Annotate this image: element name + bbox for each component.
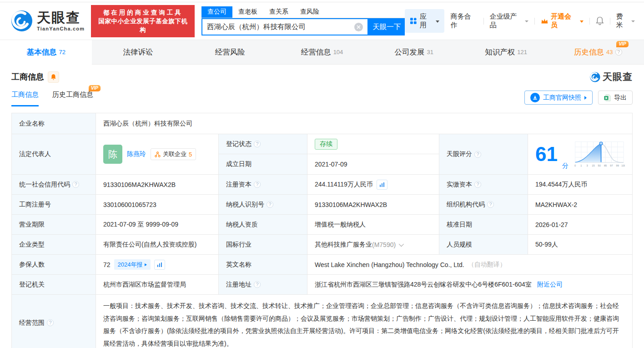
field-value-legal-rep: 陈 陈燕玲 关联企业 5 [96, 134, 219, 175]
tab-count: 43 [606, 49, 613, 55]
field-label-reg-status: 登记状态 ? [219, 134, 307, 154]
help-icon[interactable]: ? [72, 181, 79, 188]
related-label: 关联企业 [163, 150, 186, 158]
subtab-history-business-info[interactable]: 历史工商信息 VIP [52, 91, 93, 105]
svg-text:85: 85 [604, 164, 607, 167]
slogan-line1: 都在用的商业查询工具 [96, 8, 190, 17]
clear-search-icon[interactable] [354, 23, 363, 31]
nav-enterprise-label: 企业级产品 [490, 12, 523, 30]
field-label-company-type: 企业类型 [12, 235, 96, 255]
legal-rep-name-link[interactable]: 陈燕玲 [127, 150, 146, 158]
help-icon[interactable]: ? [47, 319, 54, 326]
slogan-line2: 国家中小企业发展子基金旗下机构 [96, 17, 190, 34]
search-submit-button[interactable]: 天眼一下 [368, 18, 405, 35]
nav-cooperation[interactable]: 商务合作 [450, 12, 477, 30]
help-icon[interactable]: ? [615, 49, 622, 55]
subscribe-bell-button[interactable] [48, 71, 59, 83]
help-icon[interactable]: ? [474, 151, 481, 158]
tab-business-info[interactable]: 经营信息104 [276, 40, 368, 64]
tianyancha-logo-icon [11, 10, 33, 32]
help-icon[interactable]: ? [267, 201, 273, 208]
tab-count: 121 [517, 49, 527, 55]
tab-label: 历史信息 [574, 47, 604, 57]
open-membership-button[interactable]: 开通会员 [541, 12, 584, 30]
snapshot-label: 工商官网快照 [543, 94, 581, 102]
tab-label: 公司发展 [395, 47, 425, 57]
search-tab-boss[interactable]: 查老板 [232, 6, 263, 18]
field-value-credit-code: 91330106MA2KHWAX2B [96, 175, 219, 195]
nearby-companies-link[interactable]: 附近公司 [537, 281, 563, 289]
chevron-down-icon [631, 20, 635, 22]
svg-text:100: 100 [621, 164, 625, 167]
tab-label: 知识产权 [485, 47, 515, 57]
tab-label: 法律诉讼 [123, 47, 153, 57]
apps-menu[interactable]: 应用 [405, 9, 444, 33]
search-tab-risk[interactable]: 查风险 [294, 6, 325, 18]
field-value-taxpayer-quality: 增值税一般纳税人 [307, 215, 439, 235]
svg-text:15: 15 [592, 164, 594, 167]
field-label-score: 天眼评分 ? [439, 134, 528, 175]
score-value: 61 [535, 144, 558, 164]
tab-label: 经营信息 [301, 47, 331, 57]
subtab-label: 历史工商信息 [52, 91, 93, 98]
field-label-company-name: 企业名称 [12, 113, 96, 134]
annual-report-badge[interactable]: 2024年报 [114, 259, 151, 270]
notification-bell-icon[interactable] [596, 16, 604, 25]
official-snapshot-button[interactable]: 工商官网快照 [524, 91, 593, 105]
main-content: 工商信息 天眼查 工商信息 历史工商信息 VIP [0, 65, 644, 348]
related-count: 5 [189, 151, 192, 158]
svg-text:50: 50 [598, 164, 601, 167]
field-label-address: 注册地址 ? [219, 275, 307, 295]
help-icon[interactable]: ? [254, 141, 261, 147]
field-label-reg-number: 工商注册号 [12, 195, 96, 215]
tianyancha-logo[interactable]: 天眼查 TianYanCha.com [11, 10, 85, 32]
field-value-staff-size: 50-99人 [528, 235, 632, 255]
stamp-icon [530, 93, 540, 102]
main-tab-bar: 基本信息72 法律诉讼 经营风险 经营信息104 公司发展31 知识产权121 … [0, 40, 644, 65]
field-label-business-scope: 经营范围 ? [12, 295, 96, 348]
tab-count: 104 [333, 49, 343, 55]
svg-text:99: 99 [616, 164, 619, 167]
insured-chart-icon[interactable] [154, 260, 165, 270]
help-icon[interactable]: ? [254, 281, 261, 288]
user-menu[interactable]: 费米 [616, 12, 635, 30]
help-icon[interactable]: ? [487, 201, 494, 208]
search-tabs: 查公司 查老板 查关系 查风险 [201, 6, 405, 18]
subtab-business-info[interactable]: 工商信息 [11, 91, 39, 106]
capital-chart-icon[interactable] [377, 180, 387, 190]
field-label-approval-date: 核准日期 [439, 215, 528, 235]
nav-enterprise[interactable]: 企业级产品 [490, 12, 529, 30]
chevron-right-icon [145, 263, 147, 266]
related-companies-badge[interactable]: 关联企业 5 [151, 148, 196, 160]
tab-history-info[interactable]: 历史信息43 VIP ? [552, 40, 644, 64]
watermark-brand-text: 天眼查 [603, 71, 633, 83]
username: 费米 [616, 12, 629, 30]
status-badge: 存续 [315, 139, 337, 150]
tab-basic-info[interactable]: 基本信息72 [0, 40, 92, 65]
legal-rep-avatar[interactable]: 陈 [103, 145, 122, 164]
tab-operating-risk[interactable]: 经营风险 [184, 40, 276, 64]
help-icon[interactable]: ? [474, 181, 481, 188]
chevron-down-icon [580, 20, 584, 23]
export-button[interactable]: 导出 [598, 91, 633, 105]
tab-intellectual-property[interactable]: 知识产权121 [460, 40, 552, 64]
tab-legal-litigation[interactable]: 法律诉讼 [92, 40, 184, 64]
field-value-score: 61 分 0 [528, 134, 632, 175]
tab-count: 72 [59, 49, 65, 55]
field-value-business-term: 2021-07-09 至 9999-09-09 [96, 215, 219, 235]
field-value-company-name: 西湖心辰（杭州）科技有限公司 [96, 113, 632, 134]
search-tab-relation[interactable]: 查关系 [263, 6, 294, 18]
field-label-staff-size: 人员规模 [439, 235, 528, 255]
help-icon[interactable]: ? [254, 181, 261, 188]
chevron-down-icon [436, 20, 439, 23]
logo-domain: TianYanCha.com [37, 26, 85, 31]
tab-company-development[interactable]: 公司发展31 [368, 40, 460, 64]
field-label-business-term: 营业期限 [12, 215, 96, 235]
field-label-taxpayer-id: 纳税人识别号 ? [219, 195, 307, 215]
field-label-reg-capital: 注册资本 ? [219, 175, 307, 195]
search-input[interactable] [207, 23, 354, 31]
field-value-registry: 杭州市西湖区市场监督管理局 [96, 275, 219, 295]
field-label-taxpayer-quality: 纳税人资质 [219, 215, 307, 235]
chevron-down-icon[interactable] [399, 241, 404, 246]
search-tab-company[interactable]: 查公司 [201, 6, 232, 18]
